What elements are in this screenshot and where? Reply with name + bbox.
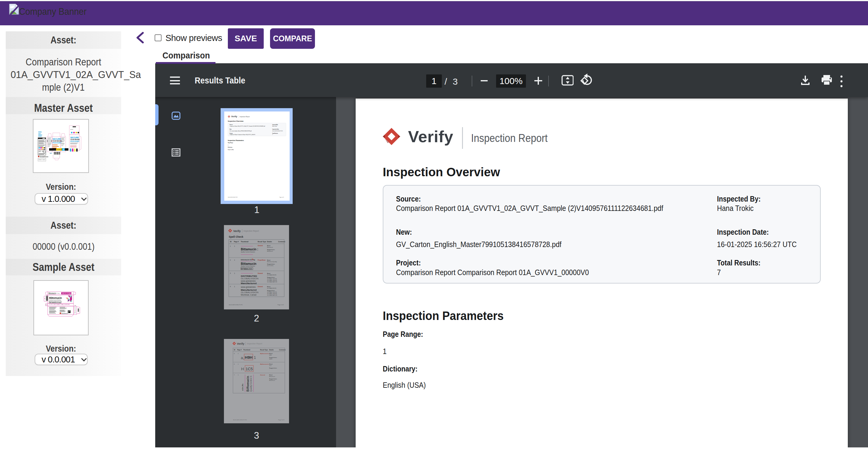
svg-text:6.3 mg: 6.3 mg: [56, 302, 61, 303]
svg-text:Page #: Page #: [234, 241, 239, 243]
svg-text:1: 1: [234, 273, 235, 274]
svg-text:16-01-2025 16:56:27 UTC: 16-01-2025 16:56:27 UTC: [229, 304, 243, 306]
svg-text:GLOBALVISION: GLOBALVISION: [267, 287, 276, 289]
svg-text:Page 3 of 3: Page 3 of 3: [278, 419, 284, 420]
svg-text:Manufactured: Manufactured: [241, 282, 257, 285]
svg-text:1: 1: [238, 363, 239, 365]
svg-text:Quality Control Solution: Quality Control Solution: [241, 265, 255, 267]
svg-text:2: 2: [230, 259, 231, 261]
svg-text:General: General: [258, 286, 263, 287]
svg-text:General: General: [258, 245, 263, 246]
svg-text:1C5: 1C5: [269, 365, 272, 366]
svg-text:GLOBALISATION: GLOBALISATION: [267, 281, 277, 283]
svg-text:20 Tablets: 20 Tablets: [50, 302, 56, 303]
svg-text:Metamucil: Metamucil: [269, 380, 275, 381]
svg-text:96: 96: [63, 149, 64, 150]
svg-text:7: 7: [234, 374, 235, 376]
svg-text:Quality Control Solution: Quality Control Solution: [49, 300, 61, 301]
svg-text:6: 6: [234, 363, 235, 365]
svg-text:(no results): (no results): [267, 265, 274, 266]
svg-text:1: 1: [238, 374, 239, 376]
svg-text:1: 1: [234, 246, 235, 247]
svg-text:SECURE: SECURE: [53, 138, 61, 140]
svg-text:H: H: [241, 367, 244, 371]
svg-text:GlobalVision: GlobalVision: [61, 313, 68, 314]
svg-text:Alphanumeric: Alphanumeric: [260, 353, 269, 354]
svg-text:20 Tablets | 6.3: 20 Tablets | 6.3: [241, 268, 252, 270]
svg-text:20 tablets: 20 tablets: [57, 149, 61, 150]
svg-text:H9H1: H9H1: [269, 358, 273, 360]
svg-text:General: General: [258, 273, 263, 274]
svg-text:Result Type: Result Type: [260, 349, 268, 351]
svg-text:GLOBALISATION: GLOBALISATION: [267, 294, 277, 296]
svg-text:GlobalVision: GlobalVision: [40, 156, 48, 158]
svg-text:Suggestions:: Suggestions:: [269, 367, 277, 369]
svg-text:PACKAGING: PACKAGING: [53, 142, 61, 144]
svg-text:SECURE: SECURE: [70, 136, 79, 139]
svg-text:Montreal, Canad: Montreal, Canad: [241, 294, 256, 296]
svg-text:1: 1: [230, 246, 231, 247]
svg-text:Page 2 of 3: Page 2 of 3: [278, 304, 284, 306]
svg-text:KEEP OUT OF REACH: KEEP OUT OF REACH: [62, 293, 71, 294]
svg-text:1: 1: [254, 355, 256, 360]
svg-text:Comment: Comment: [278, 241, 285, 243]
svg-text:Quality Control S: Quality Control S: [250, 376, 252, 391]
svg-text:Bittomucin: Bittomucin: [49, 296, 62, 300]
svg-text:5: 5: [234, 353, 235, 354]
svg-text:Metamucil: Metamucil: [267, 250, 273, 252]
svg-text:Verify: Verify: [237, 342, 244, 345]
svg-text:GLOBALVISION: GLOBALVISION: [241, 277, 258, 280]
svg-text:4: 4: [230, 286, 231, 287]
svg-text:16-01-2025 16:56:27 UTC: 16-01-2025 16:56:27 UTC: [233, 419, 247, 420]
svg-text:Details: Details: [267, 241, 272, 243]
svg-text:Inspection Report: Inspection Report: [247, 343, 262, 345]
svg-text:1C5: 1C5: [246, 367, 253, 371]
svg-text:1: 1: [238, 353, 239, 354]
svg-text:Quality Control Solution: Quality Control Solution: [241, 251, 255, 253]
svg-text:www.globalvisio: www.globalvisio: [241, 286, 256, 288]
svg-text:DO NOT USE IF SAFETY SEAL IS B: DO NOT USE IF SAFETY SEAL IS BROKEN: [49, 304, 70, 305]
svg-text:PACKAGING: PACKAGING: [70, 140, 79, 142]
svg-text:Bittamucin: Bittamucin: [267, 246, 273, 248]
svg-text:Bittomucin 6.3 mg: Bittomucin 6.3 mg: [74, 305, 76, 313]
svg-text:ProperNoun: ProperNoun: [258, 259, 266, 261]
svg-text:Thumbnail: Thumbnail: [243, 349, 250, 351]
svg-text:Bittomucin: Bittomucin: [49, 292, 56, 294]
svg-text:Details: Details: [269, 349, 274, 351]
svg-text:a,: a,: [241, 355, 244, 360]
svg-text:GLOBALVISION: GLOBALVISION: [267, 274, 276, 276]
svg-text:at10c.2Pu: at10c.2Pu: [242, 384, 244, 391]
svg-text:Page #: Page #: [237, 349, 242, 351]
svg-text:◈✚: ◈✚: [50, 152, 52, 154]
svg-text:ID: ID: [234, 349, 236, 351]
svg-text:General: General: [260, 374, 265, 376]
svg-text:Inspection Report: Inspection Report: [244, 230, 259, 232]
svg-text:Bittamucin :: Bittamucin :: [241, 248, 258, 251]
svg-text:H9H: H9H: [245, 355, 253, 360]
svg-text:Comment: Comment: [279, 349, 286, 351]
svg-text:Spell Check: Spell Check: [229, 235, 243, 238]
svg-text:GLOBALVISION: GLOBALVISION: [241, 291, 258, 294]
svg-text:Biffomucin: Biffomucin: [246, 376, 250, 391]
svg-text:BittamucinQuality: BittamucinQuality: [267, 261, 277, 262]
svg-text:Alphanumeric: Alphanumeric: [260, 363, 269, 365]
svg-text:3: 3: [230, 273, 231, 274]
svg-text:1: 1: [234, 259, 235, 261]
svg-text:Bittamucin: Bittamucin: [269, 376, 275, 377]
svg-text:ID: ID: [230, 241, 231, 243]
svg-text:H9H: H9H: [269, 354, 272, 356]
svg-text:6.3 mg: 6.3 mg: [56, 292, 59, 294]
svg-text:Result Type: Result Type: [258, 241, 266, 243]
svg-text:Verify: Verify: [233, 229, 241, 232]
svg-text:Bittamucin: Bittamucin: [241, 262, 256, 265]
svg-text:1: 1: [234, 286, 235, 287]
svg-text:-: -: [269, 369, 270, 370]
svg-text:Thumbnail: Thumbnail: [241, 241, 249, 243]
